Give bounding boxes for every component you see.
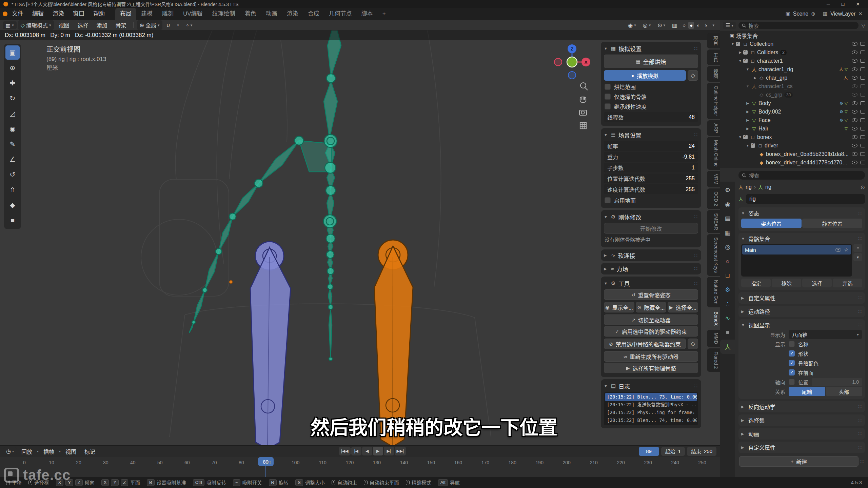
log-entry[interactable]: [20:15:22] 发送恢复数据到PhysX - ... — [605, 401, 697, 409]
outliner-row[interactable]: ▼□character1 — [720, 57, 868, 65]
mode-dropdown[interactable]: ◇编辑模式▾ — [18, 20, 54, 30]
star-icon[interactable]: ☆ — [844, 247, 848, 252]
bone-collection-row[interactable]: Main ☆ — [742, 245, 851, 255]
annotate-tool[interactable]: ✎ — [5, 137, 20, 151]
gravity-field[interactable]: 重力-9.81 — [604, 152, 698, 162]
inherit-velocity-checkbox[interactable] — [605, 103, 611, 109]
blender-menu-icon[interactable] — [3, 12, 7, 16]
hide-viewport-toggle-eye-icon[interactable] — [852, 144, 857, 147]
disclosure-icon[interactable]: ▶ — [752, 76, 758, 80]
new-custom-property-button[interactable]: +新建 — [739, 456, 859, 467]
sidebar-tab-mmd[interactable]: MMD — [707, 330, 720, 347]
regen-drivers-button[interactable]: ∞重新生成所有驱动器 — [604, 351, 698, 362]
previous-keyframe-button[interactable]: |◀ — [351, 447, 361, 455]
play-sim-options-button[interactable]: ◇ — [688, 70, 698, 81]
sidebar-tab-smear[interactable]: SMEAR — [707, 210, 720, 233]
menu-add[interactable]: 添加 — [93, 20, 111, 30]
simulation-settings-header[interactable]: ▼ ▦ 模拟设置 ∷ — [604, 43, 698, 54]
extrude-tool[interactable]: ⇧ — [5, 183, 20, 197]
pin-icon[interactable]: ⊙ — [861, 184, 865, 190]
gizmos-dropdown[interactable]: ◎▾ — [640, 21, 654, 29]
shear-tool[interactable]: ■ — [5, 213, 20, 227]
viewport-display-header[interactable]: ▼视图显示∷ — [741, 320, 862, 330]
disclosure-icon[interactable]: ▼ — [745, 144, 751, 147]
name-field[interactable]: rig — [746, 194, 865, 204]
disclosure-icon[interactable]: ▶ — [745, 127, 751, 130]
physics-tab-icon[interactable]: ∿ — [720, 311, 735, 325]
disclosure-icon[interactable]: ▼ — [737, 59, 743, 63]
disable-viewport-toggle-screen-icon[interactable] — [860, 84, 865, 88]
outliner-row[interactable]: ▶▽Face⚙▽ — [720, 116, 868, 124]
disclosure-icon[interactable]: ▶ — [745, 110, 751, 114]
assign-button[interactable]: 指定 — [741, 279, 771, 287]
menu-playback[interactable]: 回放 — [18, 447, 36, 456]
disable-viewport-toggle-screen-icon[interactable] — [860, 42, 865, 46]
log-entry[interactable]: [20:15:22] Blen... 73, time: 0.004s — [605, 393, 697, 401]
workspace-tab-建模[interactable]: 建模 — [136, 8, 157, 20]
topbar-menu-帮助[interactable]: 帮助 — [89, 8, 109, 20]
minimize-button[interactable]: ─ — [827, 1, 830, 7]
log-header[interactable]: ▼▤ 日志∷ — [604, 381, 698, 391]
editor-type-button[interactable]: ▦▾ — [3, 21, 17, 29]
breadcrumb-data[interactable]: rig — [765, 184, 771, 190]
bake-range-checkbox[interactable] — [605, 84, 611, 90]
outliner-row[interactable]: ▶◇char_grp人 — [720, 74, 868, 82]
output-tab-icon[interactable]: ▤ — [720, 211, 735, 226]
maximize-button[interactable]: □ — [842, 1, 844, 7]
disclosure-icon[interactable]: ▼ — [745, 67, 751, 71]
hide-viewport-toggle-eye-icon[interactable] — [852, 110, 857, 114]
workspace-tab-动画[interactable]: 动画 — [261, 8, 282, 20]
viewport-nav-icons[interactable] — [579, 83, 588, 129]
collection-down-button[interactable]: ▾ — [853, 253, 862, 261]
hide-viewport-toggle-eye-icon[interactable] — [852, 161, 857, 164]
substeps-field[interactable]: 子步数1 — [604, 163, 698, 172]
select-button[interactable]: 选择 — [802, 279, 832, 287]
remove-button[interactable]: 移除 — [772, 279, 801, 287]
outliner-item-label[interactable]: Colliders — [757, 49, 778, 56]
purple-cone-bone[interactable] — [250, 242, 291, 445]
collection-checkbox[interactable] — [751, 143, 755, 148]
axes-position-slider[interactable]: 1.0 — [812, 378, 862, 386]
workspace-tab-纹理绘制[interactable]: 纹理绘制 — [208, 8, 240, 20]
disclosure-icon[interactable]: ▶ — [745, 101, 751, 105]
outliner-item-label[interactable]: bonex — [757, 134, 772, 140]
pose-position-button[interactable]: 姿态位置 — [741, 219, 802, 228]
deselect-button[interactable]: 弃选 — [833, 279, 862, 287]
scene-settings-header[interactable]: ▼☰ 场景设置∷ — [604, 130, 698, 140]
eye-icon[interactable] — [835, 248, 841, 252]
outliner-row[interactable]: ▼人character1_rig人▽ — [720, 65, 868, 74]
collection-specials-button[interactable]: ≡ — [853, 244, 862, 252]
collection-checkbox[interactable] — [743, 135, 748, 139]
outliner-item-label[interactable]: bonex_driver_4e44d1778cd2704... — [766, 160, 849, 166]
disable-constraints-options-button[interactable]: ◇ — [688, 339, 698, 349]
bend-tool[interactable]: ◆ — [5, 198, 20, 212]
threads-field[interactable]: 线程数48 — [604, 112, 698, 122]
outliner-search-input[interactable]: 搜索 — [738, 22, 859, 29]
properties-search-input[interactable]: 搜索 — [738, 171, 865, 180]
scene-tab-icon[interactable]: ◎ — [720, 240, 735, 254]
bone-collections-header[interactable]: ▼骨骼集合∷ — [741, 234, 862, 243]
play-reverse-button[interactable]: ◀ — [362, 447, 372, 455]
hide-viewport-toggle-eye-icon[interactable] — [852, 118, 857, 122]
outliner-row[interactable]: ▼□Collection — [720, 40, 868, 48]
outliner-row[interactable]: ▶□Colliders2 — [720, 48, 868, 57]
outliner-row[interactable]: ▼□driver — [720, 141, 868, 150]
snap-settings-dropdown[interactable]: ▾ — [174, 22, 182, 28]
outliner-row[interactable]: ▼人character1_cs — [720, 82, 868, 90]
disable-viewport-toggle-screen-icon[interactable] — [860, 135, 865, 139]
collection-checkbox[interactable] — [743, 50, 748, 55]
outliner-item-label[interactable]: Body.002 — [758, 109, 781, 115]
sidebar-tab-bonex[interactable]: BoneX — [707, 308, 720, 329]
outliner-row[interactable]: ▶▽Body.002⚙▽ — [720, 107, 868, 116]
hide-viewport-toggle-eye-icon[interactable] — [852, 59, 857, 63]
new-scene-icon[interactable]: ⊕ — [811, 11, 815, 17]
workspace-tab-渲染[interactable]: 渲染 — [282, 8, 303, 20]
hide-viewport-toggle-eye-icon[interactable] — [852, 84, 857, 88]
constraint-tab-icon[interactable]: ≡ — [720, 325, 735, 340]
outliner-item-label[interactable]: Body — [758, 100, 771, 106]
navigation-gizmo[interactable]: Z X — [554, 44, 590, 79]
topbar-menu-窗口[interactable]: 窗口 — [68, 8, 89, 20]
hide-viewport-toggle-eye-icon[interactable] — [852, 93, 857, 97]
only-selected-checkbox[interactable] — [605, 94, 611, 100]
move-tool[interactable]: ✚ — [5, 76, 20, 90]
